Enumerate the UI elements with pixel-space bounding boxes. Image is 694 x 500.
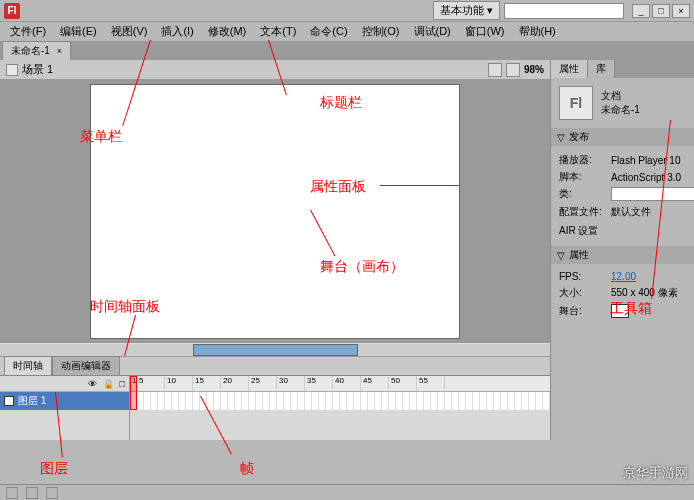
frame-cell[interactable] — [193, 392, 200, 410]
document-tab-close-icon[interactable]: × — [57, 46, 62, 56]
delete-layer-button[interactable] — [46, 487, 58, 499]
stage-color-swatch[interactable] — [611, 304, 629, 318]
frame-cell[interactable] — [284, 392, 291, 410]
menu-insert[interactable]: 插入(I) — [155, 22, 199, 41]
frame-cell[interactable] — [396, 392, 403, 410]
menu-help[interactable]: 帮助(H) — [513, 22, 562, 41]
frame-cell[interactable] — [179, 392, 186, 410]
frame-cell[interactable] — [158, 392, 165, 410]
frame-cell[interactable] — [298, 392, 305, 410]
frame-cell[interactable] — [466, 392, 473, 410]
frame-cell[interactable] — [165, 392, 172, 410]
tab-timeline[interactable]: 时间轴 — [4, 356, 52, 375]
frame-cell[interactable] — [326, 392, 333, 410]
frame-cell[interactable] — [424, 392, 431, 410]
outline-icon[interactable]: □ — [120, 379, 125, 389]
frame-cell[interactable] — [319, 392, 326, 410]
menu-commands[interactable]: 命令(C) — [304, 22, 353, 41]
edit-scene-icon[interactable] — [488, 63, 502, 77]
tab-library[interactable]: 库 — [588, 60, 615, 78]
menu-file[interactable]: 文件(F) — [4, 22, 52, 41]
frame-cell[interactable] — [543, 392, 550, 410]
minimize-button[interactable]: _ — [632, 4, 650, 18]
frame-cell[interactable] — [452, 392, 459, 410]
frame-cell[interactable] — [431, 392, 438, 410]
menu-modify[interactable]: 修改(M) — [202, 22, 253, 41]
frame-cell[interactable] — [235, 392, 242, 410]
frame-cell[interactable] — [137, 392, 144, 410]
frame-cell[interactable] — [389, 392, 396, 410]
frame-cell[interactable] — [438, 392, 445, 410]
menu-debug[interactable]: 调试(D) — [408, 22, 457, 41]
frame-cell[interactable] — [354, 392, 361, 410]
frame-cell[interactable] — [200, 392, 207, 410]
frame-cell[interactable] — [242, 392, 249, 410]
frame-cell[interactable] — [221, 392, 228, 410]
frame-cell[interactable] — [172, 392, 179, 410]
frame-cell[interactable] — [382, 392, 389, 410]
frame-cell[interactable] — [445, 392, 452, 410]
frame-cell[interactable] — [501, 392, 508, 410]
frame-cell[interactable] — [333, 392, 340, 410]
frame-cell[interactable] — [522, 392, 529, 410]
frame-cell[interactable] — [508, 392, 515, 410]
edit-symbol-icon[interactable] — [506, 63, 520, 77]
frame-cell[interactable] — [270, 392, 277, 410]
lock-icon[interactable]: 🔒 — [103, 379, 114, 389]
frame-cell[interactable] — [186, 392, 193, 410]
layer-row[interactable]: 图层 1 — [0, 392, 129, 410]
menu-text[interactable]: 文本(T) — [254, 22, 302, 41]
frame-cell[interactable] — [494, 392, 501, 410]
layout-dropdown[interactable]: 基本功能 ▾ — [433, 1, 500, 20]
zoom-value[interactable]: 98% — [524, 64, 544, 75]
frame-cell[interactable] — [529, 392, 536, 410]
frame-cell[interactable] — [375, 392, 382, 410]
section-publish-header[interactable]: ▽ 发布 — [551, 128, 694, 146]
class-input[interactable] — [611, 187, 694, 201]
frame-ruler[interactable]: 1 5 10 15 20 25 30 35 40 45 50 55 — [130, 376, 550, 392]
menu-control[interactable]: 控制(O) — [356, 22, 406, 41]
frame-cell[interactable] — [347, 392, 354, 410]
frame-cell[interactable] — [249, 392, 256, 410]
frame-cell[interactable] — [291, 392, 298, 410]
menu-window[interactable]: 窗口(W) — [459, 22, 511, 41]
new-folder-button[interactable] — [26, 487, 38, 499]
document-tab[interactable]: 未命名-1 × — [2, 41, 71, 61]
fps-value[interactable]: 12.00 — [611, 271, 636, 282]
menu-view[interactable]: 视图(V) — [105, 22, 154, 41]
frame-cell[interactable] — [536, 392, 543, 410]
new-layer-button[interactable] — [6, 487, 18, 499]
frame-cell[interactable] — [487, 392, 494, 410]
frame-cell[interactable] — [214, 392, 221, 410]
visibility-icon[interactable]: 👁 — [88, 379, 97, 389]
frame-cell[interactable] — [368, 392, 375, 410]
frame-cell[interactable] — [361, 392, 368, 410]
frame-cell[interactable] — [256, 392, 263, 410]
frame-cell[interactable] — [151, 392, 158, 410]
frame-cell[interactable] — [305, 392, 312, 410]
playhead[interactable] — [130, 376, 137, 410]
close-button[interactable]: × — [672, 4, 690, 18]
frame-cell[interactable] — [403, 392, 410, 410]
menu-edit[interactable]: 编辑(E) — [54, 22, 103, 41]
frame-cell[interactable] — [459, 392, 466, 410]
frame-cell[interactable] — [480, 392, 487, 410]
frame-cell[interactable] — [340, 392, 347, 410]
frame-cell[interactable] — [277, 392, 284, 410]
frame-cell[interactable] — [263, 392, 270, 410]
frame-cell[interactable] — [473, 392, 480, 410]
tab-motion-editor[interactable]: 动画编辑器 — [52, 356, 120, 375]
frame-cell[interactable] — [515, 392, 522, 410]
frame-track[interactable] — [130, 392, 550, 410]
scrollbar-thumb[interactable] — [193, 344, 358, 356]
tab-properties[interactable]: 属性 — [551, 60, 588, 78]
frame-cell[interactable] — [410, 392, 417, 410]
section-properties-header[interactable]: ▽ 属性 — [551, 246, 694, 264]
maximize-button[interactable]: □ — [652, 4, 670, 18]
stage-canvas[interactable] — [90, 84, 460, 339]
search-input[interactable] — [504, 3, 624, 19]
frame-cell[interactable] — [417, 392, 424, 410]
frame-cell[interactable] — [312, 392, 319, 410]
horizontal-scrollbar[interactable] — [0, 342, 550, 356]
frame-cell[interactable] — [207, 392, 214, 410]
